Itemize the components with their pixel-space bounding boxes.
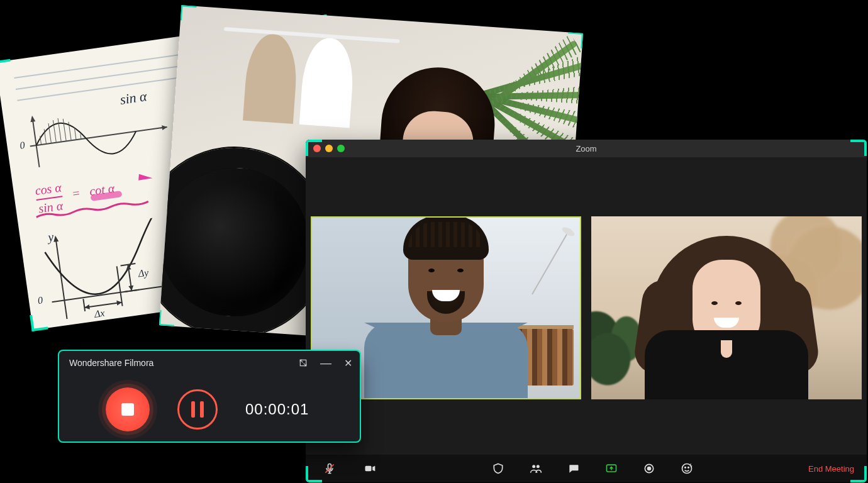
participant-tile-2[interactable] [591, 216, 862, 399]
zero-label-bottom: 0 [37, 294, 43, 306]
reactions-icon[interactable] [681, 462, 693, 475]
svg-point-25 [647, 467, 650, 470]
participants-icon[interactable] [530, 462, 542, 475]
svg-point-21 [532, 465, 535, 468]
svg-line-6 [58, 118, 61, 142]
equals-sign: = [71, 186, 81, 201]
zoom-video-area [306, 157, 867, 455]
recorder-title: Wondershare Filmora [69, 358, 153, 368]
zoom-window-title: Zoom [306, 144, 867, 153]
chat-icon[interactable] [567, 462, 580, 475]
video-icon[interactable] [364, 462, 376, 475]
cot-alpha-label: cot α [89, 180, 116, 198]
zoom-window: Zoom [306, 140, 867, 482]
stop-record-button[interactable] [106, 387, 150, 431]
zoom-toolbar: End Meeting [306, 455, 867, 482]
svg-marker-1 [30, 115, 35, 122]
record-timer: 00:00:01 [245, 401, 309, 418]
svg-point-27 [684, 467, 686, 469]
svg-point-28 [687, 467, 689, 469]
zoom-titlebar[interactable]: Zoom [306, 140, 867, 157]
delta-y-label: Δy [137, 267, 149, 279]
svg-line-10 [81, 134, 81, 139]
svg-line-7 [63, 119, 66, 142]
delta-x-label: Δx [94, 308, 106, 320]
minimize-icon[interactable]: — [320, 357, 331, 369]
svg-rect-19 [365, 466, 372, 471]
svg-point-22 [536, 465, 539, 468]
record-icon[interactable] [643, 462, 655, 475]
fraction-numerator: cos α [34, 180, 62, 197]
screen-recorder-window: Wondershare Filmora — ✕ 00:00:01 [58, 350, 361, 443]
pause-icon [191, 401, 195, 418]
svg-marker-20 [372, 466, 375, 471]
share-screen-icon[interactable] [605, 462, 618, 475]
svg-point-26 [682, 464, 691, 474]
pause-record-button[interactable] [177, 389, 218, 430]
end-meeting-button[interactable]: End Meeting [808, 464, 867, 474]
shield-icon[interactable] [492, 462, 504, 475]
stop-icon [121, 403, 134, 416]
sine-wave-sketch [19, 95, 177, 172]
close-icon[interactable]: ✕ [344, 357, 352, 369]
pencil-icon [138, 174, 153, 182]
microphone-icon[interactable] [323, 462, 336, 475]
expand-icon[interactable] [299, 357, 308, 369]
